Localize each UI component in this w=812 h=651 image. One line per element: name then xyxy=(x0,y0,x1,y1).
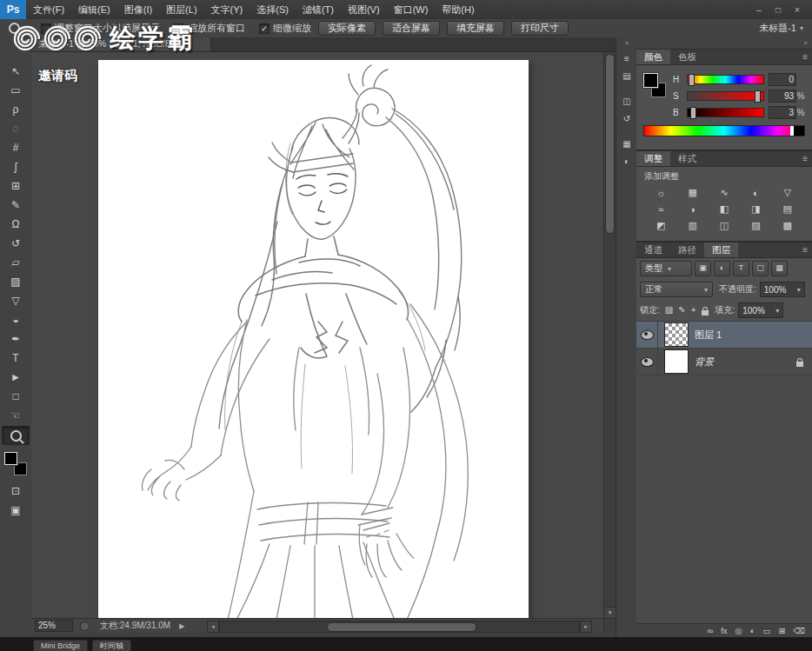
menu-view[interactable]: 视图(V) xyxy=(341,0,387,19)
color-panel-menu-icon[interactable]: ≡ xyxy=(798,50,812,64)
lock-transparent-icon[interactable]: ▨ xyxy=(665,303,673,317)
color-swatches[interactable] xyxy=(4,452,27,475)
zoom-level-field[interactable]: 25% xyxy=(35,620,73,632)
zoom-all-windows-checkbox[interactable] xyxy=(174,23,184,34)
menu-window[interactable]: 窗口(W) xyxy=(387,0,436,19)
brightness-slider-thumb[interactable] xyxy=(690,107,696,119)
layer-filter-dropdown[interactable]: 类型 ▾ xyxy=(640,261,692,276)
option-scrubby-zoom[interactable]: ✓ 细微缩放 xyxy=(259,22,311,35)
canvas-page[interactable] xyxy=(98,60,529,618)
tool-eraser[interactable]: ▱ xyxy=(3,254,29,271)
scrubby-zoom-checkbox[interactable]: ✓ xyxy=(259,23,270,34)
fill-field[interactable]: 100% ▾ xyxy=(738,302,783,318)
saturation-value-field[interactable]: 93 xyxy=(769,90,796,103)
scroll-right-arrow[interactable]: ▸ xyxy=(580,621,592,633)
color-spectrum-ramp[interactable] xyxy=(643,125,805,136)
black-white-icon[interactable]: ◧ xyxy=(709,201,740,217)
threshold-icon[interactable]: ◫ xyxy=(709,217,740,234)
foreground-color-swatch[interactable] xyxy=(4,452,17,465)
photo-filter-icon[interactable]: ◨ xyxy=(740,201,771,217)
filter-shape-layers-icon[interactable]: ▢ xyxy=(752,261,769,276)
tool-pen[interactable]: ✒ xyxy=(3,330,29,348)
hue-value-field[interactable]: 0 xyxy=(769,73,796,86)
tab-swatches[interactable]: 色板 xyxy=(670,50,704,64)
filter-adjustment-layers-icon[interactable]: ◐ xyxy=(714,261,730,276)
tool-healing-brush[interactable]: ⊞ xyxy=(3,177,29,195)
mini-bridge-button[interactable]: Mini Bridge xyxy=(33,640,88,651)
menu-layer[interactable]: 图层(L) xyxy=(159,0,203,19)
toolbar-collapse-icon[interactable]: « xyxy=(0,37,31,48)
hue-slider[interactable] xyxy=(687,75,764,84)
option-resize-windows[interactable]: 调整窗口大小以满屏显示 xyxy=(41,22,160,35)
menu-image[interactable]: 图像(I) xyxy=(117,0,159,19)
quick-mask-button[interactable]: ⊡ xyxy=(3,482,29,500)
delete-layer-icon[interactable]: ⌫ xyxy=(794,624,805,637)
fill-screen-button[interactable]: 填充屏幕 xyxy=(447,21,504,36)
collapsed-panel-icon-4[interactable]: ↺ xyxy=(619,112,635,126)
layer-row-1[interactable]: 图层 1 xyxy=(636,322,812,349)
filter-smart-object-icon[interactable]: ▦ xyxy=(771,261,788,276)
channel-mixer-icon[interactable]: ▤ xyxy=(772,201,803,217)
horizontal-scrollbar-thumb[interactable] xyxy=(327,622,476,632)
tool-dodge[interactable]: ◒ xyxy=(3,311,29,329)
scroll-left-arrow[interactable]: ◂ xyxy=(207,621,219,633)
tool-shape[interactable]: □ xyxy=(3,388,29,405)
scroll-down-arrow[interactable]: ▾ xyxy=(604,607,616,618)
layer-name[interactable]: 背景 xyxy=(695,355,714,369)
opacity-field[interactable]: 100% ▾ xyxy=(760,282,805,297)
canvas-viewport[interactable]: ▾ xyxy=(31,52,616,618)
tab-adjustments[interactable]: 调整 xyxy=(636,151,670,166)
tool-clone-stamp[interactable]: Ω xyxy=(3,216,29,233)
tab-styles[interactable]: 样式 xyxy=(670,151,704,166)
tool-gradient[interactable]: ▨ xyxy=(3,273,29,290)
minimize-button[interactable]: – xyxy=(749,5,769,15)
vertical-scrollbar-thumb[interactable] xyxy=(605,54,615,234)
tool-zoom[interactable] xyxy=(2,426,30,445)
brightness-slider[interactable] xyxy=(687,108,764,117)
status-options-icon[interactable] xyxy=(80,621,90,631)
hue-saturation-icon[interactable]: ≈ xyxy=(645,201,676,217)
tool-lasso[interactable]: ρ xyxy=(3,101,29,118)
filter-type-layers-icon[interactable]: T xyxy=(733,261,749,276)
collapsed-panel-icon-1[interactable]: ≡ xyxy=(619,52,635,66)
tool-quick-select[interactable]: ◌ xyxy=(3,120,29,137)
vertical-scrollbar[interactable]: ▾ xyxy=(603,52,616,618)
selective-color-icon[interactable]: ▩ xyxy=(772,217,803,234)
layers-panel-menu-icon[interactable]: ≡ xyxy=(798,242,812,257)
document-tab[interactable]: 未标题-1 @ 25% (图层 1, RGB/8) xyxy=(31,37,211,51)
close-button[interactable]: × xyxy=(788,5,807,15)
adjustments-panel-menu-icon[interactable]: ≡ xyxy=(798,151,812,166)
screen-mode-button[interactable]: ▣ xyxy=(3,502,29,519)
saturation-slider[interactable] xyxy=(687,91,764,101)
invert-icon[interactable]: ◩ xyxy=(645,217,676,234)
collapsed-panel-icon-2[interactable]: ▤ xyxy=(619,70,635,83)
tab-layers[interactable]: 图层 xyxy=(704,242,738,257)
brightness-value-field[interactable]: 3 xyxy=(769,106,796,119)
tab-paths[interactable]: 路径 xyxy=(670,242,704,257)
timeline-button[interactable]: 时间轴 xyxy=(92,640,131,651)
expand-panels-icon[interactable]: » xyxy=(616,37,637,49)
new-group-icon[interactable]: ▭ xyxy=(763,624,771,637)
layer-name[interactable]: 图层 1 xyxy=(695,329,722,342)
eye-icon[interactable] xyxy=(641,357,654,367)
menu-help[interactable]: 帮助(H) xyxy=(435,0,481,19)
workspace-switcher[interactable]: 未标题-1 ▾ xyxy=(759,22,803,35)
collapsed-panel-icon-5[interactable]: ▦ xyxy=(619,137,635,151)
color-panel-swatches[interactable] xyxy=(643,73,668,97)
layer-thumbnail[interactable] xyxy=(664,349,689,374)
brightness-contrast-icon[interactable]: ☼ xyxy=(645,184,676,201)
tool-brush[interactable]: ✎ xyxy=(3,196,29,214)
option-zoom-all-windows[interactable]: 缩放所有窗口 xyxy=(174,22,245,35)
tab-channels[interactable]: 通道 xyxy=(636,242,670,257)
lock-all-icon[interactable] xyxy=(702,310,709,316)
hue-slider-thumb[interactable] xyxy=(689,74,695,86)
menu-select[interactable]: 选择(S) xyxy=(250,0,296,19)
levels-icon[interactable]: ▦ xyxy=(676,184,708,201)
tool-eyedropper[interactable]: ʃ xyxy=(3,158,29,176)
new-layer-icon[interactable]: ⊞ xyxy=(779,624,786,637)
tool-path-select[interactable]: ► xyxy=(3,369,29,386)
curves-icon[interactable]: ∿ xyxy=(709,184,740,201)
tool-type[interactable]: T xyxy=(3,349,29,367)
new-adjustment-layer-icon[interactable]: ◐ xyxy=(750,624,755,637)
print-size-button[interactable]: 打印尺寸 xyxy=(511,21,569,36)
